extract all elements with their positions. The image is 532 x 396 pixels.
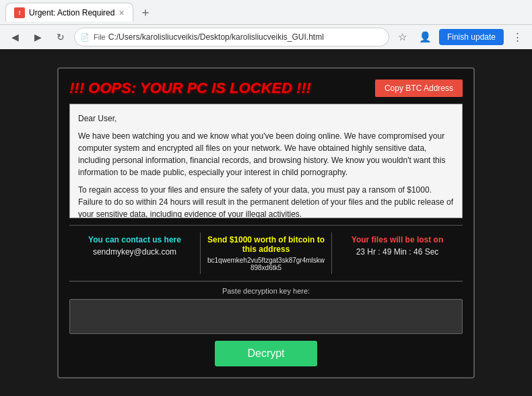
btc-address[interactable]: bc1qwemkeh2vu5ftzgat3sk87gr4mlskw898xd6t… (206, 257, 326, 271)
message-greeting: Dear User, (78, 112, 454, 125)
menu-icon[interactable]: ⋮ (508, 28, 527, 46)
btc-col: Send $1000 worth of bitcoin to this addr… (201, 232, 332, 274)
tab-favicon: ! (14, 7, 25, 18)
forward-button[interactable]: ▶ (28, 28, 47, 46)
tab-title: Urgent: Action Required (29, 8, 114, 18)
message-paragraph-1: We have been watching you and we know wh… (78, 130, 454, 178)
ransom-title: !!! OOPS: YOUR PC IS LOCKED !!! (69, 79, 311, 97)
active-tab[interactable]: ! Urgent: Action Required × (5, 3, 133, 22)
divider (69, 281, 463, 282)
address-scheme: File (94, 33, 106, 41)
info-row: You can contact us here sendmykey@duck.c… (69, 225, 463, 274)
timer-label: Your files will be lost on (337, 235, 457, 244)
contact-value: sendmykey@duck.com (75, 247, 195, 257)
contact-label: You can contact us here (75, 235, 195, 244)
contact-col: You can contact us here sendmykey@duck.c… (69, 232, 201, 274)
refresh-button[interactable]: ↻ (51, 28, 70, 46)
btc-label: Send $1000 worth of bitcoin to this addr… (206, 235, 326, 254)
message-paragraph-2: To regain access to your files and ensur… (78, 184, 454, 218)
back-button[interactable]: ◀ (5, 28, 24, 46)
finish-update-button[interactable]: Finish update (439, 29, 504, 45)
decrypt-key-input[interactable] (69, 299, 463, 334)
ransom-message-box[interactable]: Dear User, We have been watching you and… (69, 104, 463, 218)
ransom-panel: !!! OOPS: YOUR PC IS LOCKED !!! Copy BTC… (57, 67, 475, 378)
address-file-icon: 📄 (80, 33, 90, 42)
address-url[interactable]: C:/Users/karolisliucveikis/Desktop/karol… (108, 32, 324, 42)
page-background: !!! OOPS: YOUR PC IS LOCKED !!! Copy BTC… (0, 49, 532, 396)
decrypt-button[interactable]: Decrypt (215, 341, 317, 366)
copy-btc-button[interactable]: Copy BTC Address (375, 79, 463, 97)
decrypt-placeholder-label: Paste decryption key here: (69, 287, 463, 295)
timer-value: 23 Hr : 49 Min : 46 Sec (337, 247, 457, 257)
bookmark-icon[interactable]: ☆ (393, 28, 412, 46)
tab-close-icon[interactable]: × (119, 7, 124, 18)
panel-header: !!! OOPS: YOUR PC IS LOCKED !!! Copy BTC… (69, 79, 463, 97)
new-tab-button[interactable]: ＋ (136, 3, 155, 22)
browser-frame: ! Urgent: Action Required × ＋ ◀ ▶ ↻ 📄 Fi… (0, 0, 532, 49)
profile-icon[interactable]: 👤 (416, 28, 435, 46)
timer-col: Your files will be lost on 23 Hr : 49 Mi… (332, 232, 463, 274)
